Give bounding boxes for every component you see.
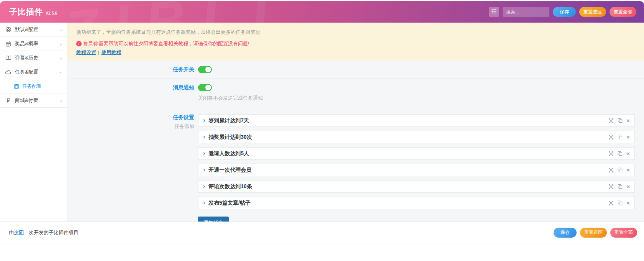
reset-all-button[interactable]: 重置全部 (610, 228, 637, 238)
task-list: › 签到累计达到7天 × › 抽奖累计达到30次 (198, 114, 635, 209)
sidebar-item-label: 弹幕&历史 (15, 54, 38, 61)
footer-suffix: 二次开发的子比插件项目 (24, 230, 79, 235)
task-actions: × (608, 151, 630, 156)
chevron-right-icon: › (60, 27, 62, 33)
footer-credit: 由夕阳二次开发的子比插件项目 (9, 229, 79, 236)
link-separator: | (98, 49, 99, 55)
currency-icon (5, 97, 11, 104)
tutorial-settings-link[interactable]: 教程设置 (76, 49, 96, 55)
close-icon[interactable]: × (626, 167, 630, 173)
control-col (198, 66, 212, 73)
sidebar-item-label: 默认&配置 (15, 26, 38, 33)
copy-icon[interactable] (618, 200, 623, 205)
task-item[interactable]: › 抽奖累计达到30次 × (198, 131, 635, 143)
sidebar-item-shop-pay[interactable]: 商城&付费 › (0, 94, 67, 108)
task-item[interactable]: › 邀请人数达到5人 × (198, 147, 635, 160)
task-settings-label: 任务设置 (67, 114, 194, 121)
book-open-icon (5, 55, 11, 61)
sidebar-item-default-config[interactable]: 默认&配置 › (0, 23, 67, 37)
label-col: 任务设置 任务添加 (67, 114, 194, 222)
version-label: V2.5.6 (46, 11, 57, 15)
task-switch-row: 任务开关 (67, 61, 644, 79)
usage-tutorial-link[interactable]: 使用教程 (101, 49, 121, 55)
calendar-check-icon (5, 41, 11, 47)
sidebar-item-label: 任务配置 (22, 83, 41, 90)
notification-description: 关闭将不会发送完成任务通知 (198, 95, 263, 102)
close-icon[interactable]: × (626, 118, 630, 123)
chevron-right-icon: › (203, 183, 205, 189)
copy-icon[interactable] (618, 135, 623, 140)
close-icon[interactable]: × (626, 134, 630, 140)
author-link[interactable]: 夕阳 (14, 230, 24, 235)
expand-arrows-icon[interactable] (608, 184, 614, 189)
plugin-settings-page: ZIBLL 子比插件 V2.5.6 保存 重置选区 重置全部 (0, 1, 644, 261)
notification-toggle[interactable] (198, 84, 212, 91)
chevron-right-icon: › (60, 98, 62, 103)
label-col: 任务开关 (67, 66, 194, 73)
chevron-right-icon: › (203, 150, 205, 156)
expand-arrows-icon[interactable] (608, 200, 614, 206)
sidebar-subitem-task-config[interactable]: 任务配置 (0, 79, 67, 94)
task-switch-toggle[interactable] (198, 66, 212, 73)
reset-selection-button[interactable]: 重置选区 (579, 7, 606, 17)
chevron-down-icon: › (58, 71, 64, 73)
task-title: 抽奖累计达到30次 (208, 134, 252, 141)
toggle-nav-button[interactable] (489, 7, 499, 17)
sidebar-item-label: 商城&付费 (15, 97, 38, 104)
sidebar: 默认&配置 › 奖品&概率 › (0, 23, 67, 222)
copy-icon[interactable] (618, 184, 623, 189)
close-icon[interactable]: × (626, 151, 630, 156)
task-settings-row: 任务设置 任务添加 › 签到累计达到7天 × (67, 108, 644, 222)
task-title: 邀请人数达到5人 (208, 150, 249, 157)
page-title: 子比插件 (9, 7, 43, 17)
expand-arrows-icon[interactable] (608, 167, 614, 173)
task-item[interactable]: › 签到累计达到7天 × (198, 114, 635, 127)
close-icon[interactable]: × (626, 200, 630, 206)
sidebar-item-prizes[interactable]: 奖品&概率 › (0, 37, 67, 51)
task-actions: × (608, 134, 630, 140)
notice-banner: 新功能来了，全新的任务系统目前只有这点任务跟奖励，后续会出更多的任务跟奖励 i … (67, 23, 644, 61)
list-icon (491, 8, 497, 15)
sidebar-item-label: 任务&配置 (15, 69, 38, 76)
main-content: 新功能来了，全新的任务系统目前只有这点任务跟奖励，后续会出更多的任务跟奖励 i … (67, 23, 644, 222)
chevron-right-icon: › (203, 167, 205, 173)
copy-icon[interactable] (618, 167, 623, 172)
add-task-button[interactable]: 添加任务 (198, 217, 229, 222)
brand-watermark: ZIBLL (61, 1, 306, 23)
task-switch-label: 任务开关 (173, 66, 194, 72)
expand-arrows-icon[interactable] (608, 118, 614, 123)
task-title: 签到累计达到7天 (208, 117, 249, 124)
save-button[interactable]: 保存 (553, 7, 576, 17)
reset-all-button[interactable]: 重置全部 (610, 7, 636, 17)
task-title: 开通一次代理会员 (208, 167, 251, 174)
notice-line2: i 如果你需要帮助可以前往夕阳博客查看相关教程，请确保你的配置没有问题! (76, 40, 636, 47)
info-icon: i (76, 41, 82, 46)
task-actions: × (608, 200, 630, 206)
header-bar: ZIBLL 子比插件 V2.5.6 保存 重置选区 重置全部 (0, 1, 644, 23)
footer-prefix: 由 (9, 230, 14, 235)
header-actions: 保存 重置选区 重置全部 (489, 7, 636, 17)
cloud-icon (5, 69, 11, 76)
task-item[interactable]: › 评论次数达到10条 × (198, 180, 635, 193)
notice-warning-text: 如果你需要帮助可以前往夕阳博客查看相关教程，请确保你的配置没有问题! (84, 40, 249, 47)
sidebar-item-danmaku-history[interactable]: 弹幕&历史 › (0, 51, 67, 65)
expand-arrows-icon[interactable] (608, 151, 614, 156)
chevron-right-icon: › (60, 41, 62, 47)
close-icon[interactable]: × (626, 184, 630, 189)
calendar-icon (14, 84, 19, 89)
footer-actions: 保存 重置选区 重置全部 (554, 228, 637, 238)
task-item[interactable]: › 发布5篇文章/帖子 × (198, 197, 635, 209)
chevron-right-icon: › (203, 117, 205, 123)
expand-arrows-icon[interactable] (608, 135, 614, 140)
control-col: 关闭将不会发送完成任务通知 (198, 84, 263, 102)
reset-selection-button[interactable]: 重置选区 (580, 228, 607, 238)
task-add-sublabel: 任务添加 (67, 123, 194, 130)
task-item[interactable]: › 开通一次代理会员 × (198, 164, 635, 176)
search-input[interactable] (503, 7, 549, 17)
save-button[interactable]: 保存 (554, 228, 577, 238)
sidebar-item-tasks-config[interactable]: 任务&配置 › (0, 65, 67, 79)
sidebar-item-label: 奖品&概率 (15, 40, 38, 47)
copy-icon[interactable] (618, 118, 623, 123)
copy-icon[interactable] (618, 151, 623, 156)
task-title: 评论次数达到10条 (208, 183, 252, 190)
